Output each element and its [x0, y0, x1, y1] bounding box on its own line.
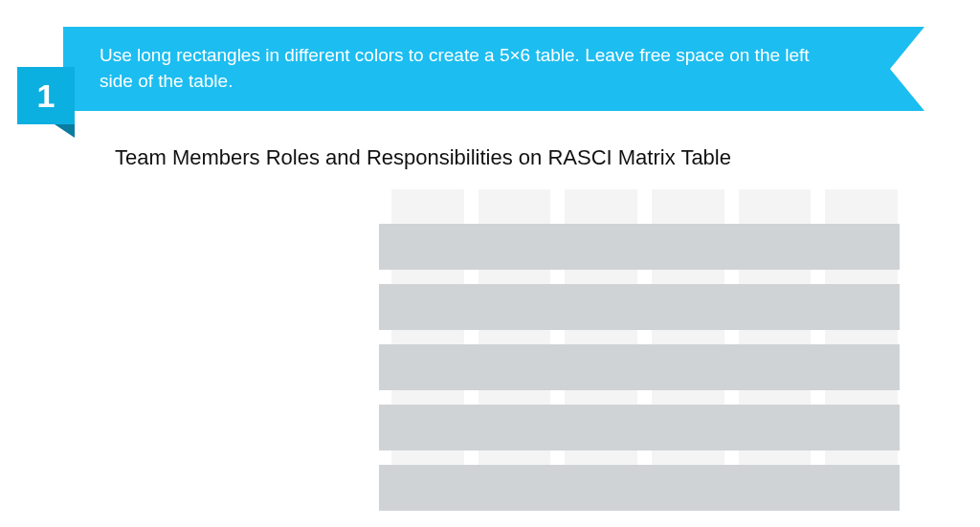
- step-number: 1: [17, 67, 75, 124]
- step-badge: 1: [17, 67, 75, 124]
- instruction-ribbon: Use long rectangles in different colors …: [63, 27, 924, 111]
- rasci-table-placeholder: [379, 189, 900, 511]
- table-rows: [379, 224, 900, 525]
- table-row: [379, 224, 900, 270]
- badge-fold: [55, 124, 75, 138]
- table-row: [379, 465, 900, 511]
- instruction-text: Use long rectangles in different colors …: [100, 43, 838, 94]
- table-row: [379, 344, 900, 390]
- table-row: [379, 405, 900, 450]
- table-row: [379, 284, 900, 330]
- page-title: Team Members Roles and Responsibilities …: [115, 145, 731, 170]
